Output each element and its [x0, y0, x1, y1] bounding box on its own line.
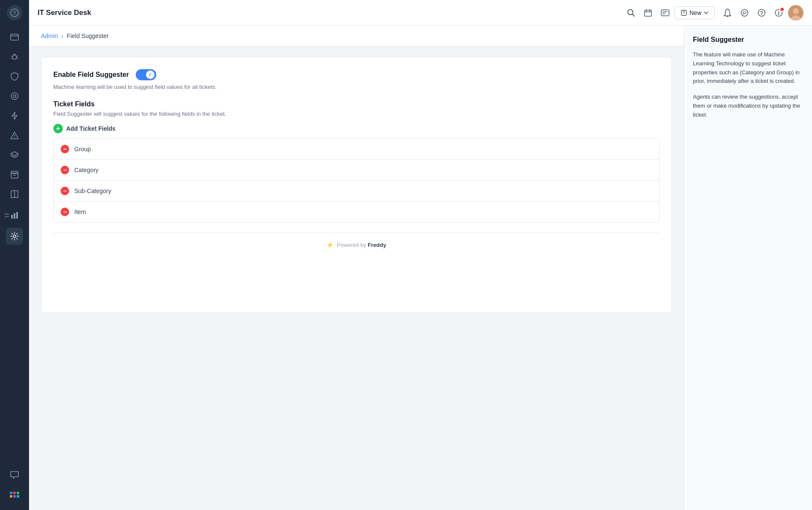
svg-line-6 — [17, 56, 18, 56]
right-panel-paragraph2: Agents can review the suggestions, accep… — [693, 93, 803, 119]
sidebar-item-shield[interactable] — [6, 68, 23, 85]
sidebar-item-archive[interactable] — [6, 166, 23, 183]
sidebar-bottom — [6, 465, 23, 505]
powered-by-brand: Freddy — [368, 242, 386, 248]
avatar-image — [788, 5, 803, 21]
sidebar-item-tickets[interactable] — [6, 29, 23, 46]
topnav-icons: New ? — [623, 5, 803, 21]
right-panel-title: Field Suggester — [693, 36, 803, 44]
app-title: IT Service Desk — [38, 9, 623, 17]
field-row-subcategory[interactable]: − Sub-Category — [54, 181, 659, 202]
main-panel: Admin › Field Suggester Enable Field Sug… — [29, 26, 684, 510]
calendar-button[interactable] — [640, 5, 656, 21]
right-panel: Field Suggester The feature will make us… — [684, 26, 812, 510]
add-icon: + — [53, 124, 63, 133]
svg-rect-18 — [14, 213, 15, 219]
svg-point-34 — [741, 9, 748, 16]
breadcrumb-current: Field Suggester — [67, 32, 108, 39]
svg-rect-13 — [11, 173, 18, 178]
field-row-item[interactable]: − Item — [54, 202, 659, 222]
new-button[interactable]: New — [675, 6, 715, 19]
sidebar-item-lightning[interactable] — [6, 107, 23, 124]
sidebar-item-bugs[interactable] — [6, 48, 23, 65]
field-row-category[interactable]: − Category — [54, 160, 659, 181]
remove-group-icon[interactable]: − — [61, 145, 69, 153]
sidebar: ? — [0, 0, 29, 510]
toggle-track: ✓ — [136, 69, 156, 80]
svg-line-5 — [11, 56, 12, 56]
sidebar-item-warning[interactable] — [6, 127, 23, 144]
field-name-group: Group — [74, 146, 91, 152]
sidebar-item-chat[interactable] — [6, 466, 23, 484]
breadcrumb: Admin › Field Suggester — [29, 26, 684, 47]
svg-line-7 — [11, 58, 12, 59]
content-card: Enable Field Suggester ✓ Machine learnin… — [41, 57, 672, 313]
remove-category-icon[interactable]: − — [61, 166, 69, 174]
svg-rect-14 — [11, 171, 18, 173]
field-name-category: Category — [74, 167, 99, 173]
field-name-item: Item — [74, 208, 86, 215]
help-button[interactable]: ? — [754, 5, 769, 21]
toggle-check-icon: ✓ — [148, 72, 152, 78]
svg-text:?: ? — [13, 10, 16, 16]
info-button[interactable]: i — [771, 5, 786, 21]
enable-field-suggester-label: Enable Field Suggester — [53, 71, 129, 79]
avatar[interactable] — [788, 5, 803, 21]
breadcrumb-separator: › — [61, 32, 64, 39]
enable-subtitle: Machine learning will be used to suggest… — [53, 84, 660, 90]
svg-point-9 — [11, 93, 18, 100]
sidebar-item-book[interactable] — [6, 186, 23, 203]
remove-item-icon[interactable]: − — [61, 208, 69, 216]
svg-point-20 — [13, 235, 16, 237]
add-ticket-fields-button[interactable]: + Add Ticket Fields — [53, 124, 660, 133]
svg-rect-17 — [11, 215, 13, 219]
sidebar-item-grid[interactable] — [6, 486, 23, 503]
topnav: IT Service Desk — [29, 0, 812, 26]
content-area: Admin › Field Suggester Enable Field Sug… — [29, 26, 812, 510]
powered-by-footer: ⚡ Powered by Freddy — [53, 233, 660, 257]
breadcrumb-parent[interactable]: Admin — [41, 32, 58, 39]
remove-subcategory-icon[interactable]: − — [61, 187, 69, 195]
page-content: Enable Field Suggester ✓ Machine learnin… — [29, 47, 684, 323]
main-wrapper: IT Service Desk — [29, 0, 812, 510]
right-panel-paragraph1: The feature will make use of Machine Lea… — [693, 50, 803, 86]
enable-toggle[interactable]: ✓ — [136, 69, 156, 80]
powered-by-prefix: Powered by — [337, 242, 366, 248]
svg-line-22 — [632, 14, 634, 16]
sidebar-item-settings[interactable] — [6, 228, 23, 245]
fields-list: − Group − Category − Sub-Category − — [53, 138, 660, 223]
add-ticket-fields-label: Add Ticket Fields — [66, 125, 116, 132]
sidebar-logo[interactable]: ? — [7, 5, 22, 21]
svg-text:i: i — [778, 10, 780, 16]
sidebar-item-chart[interactable] — [6, 207, 23, 224]
search-button[interactable] — [623, 5, 639, 21]
ticket-fields-title: Ticket Fields — [53, 100, 660, 108]
sidebar-item-circle[interactable] — [6, 88, 23, 105]
svg-line-8 — [17, 58, 18, 59]
svg-rect-23 — [645, 10, 651, 16]
notifications-button[interactable] — [720, 5, 735, 21]
field-row-group[interactable]: − Group — [54, 139, 659, 160]
svg-point-12 — [14, 137, 15, 138]
ticket-fields-subtitle: Field Suggester will suggest values for … — [53, 111, 660, 117]
sidebar-item-layers[interactable] — [6, 147, 23, 164]
svg-rect-19 — [16, 212, 18, 219]
chat-button[interactable] — [737, 5, 752, 21]
svg-text:?: ? — [760, 10, 763, 16]
freddy-icon: ⚡ — [327, 242, 333, 248]
activity-button[interactable] — [657, 5, 673, 21]
svg-point-40 — [793, 8, 799, 14]
enable-field-suggester-row: Enable Field Suggester ✓ — [53, 69, 660, 80]
svg-rect-2 — [11, 34, 18, 40]
svg-point-4 — [12, 55, 17, 59]
svg-point-10 — [13, 95, 16, 97]
toggle-thumb: ✓ — [146, 70, 155, 79]
field-name-subcategory: Sub-Category — [74, 188, 111, 194]
